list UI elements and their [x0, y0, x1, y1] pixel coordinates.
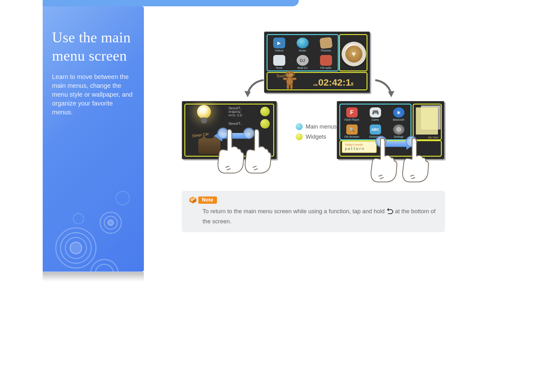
- legend: Main menus Widgets: [296, 123, 337, 143]
- sidebar-title: Use the main menu screen: [52, 28, 134, 65]
- legend-main-menus-label: Main menus: [306, 124, 337, 130]
- sidebar: Use the main menu screen Learn to move b…: [43, 6, 144, 272]
- note-header: Note: [189, 196, 217, 204]
- sidebar-shadow: [43, 272, 144, 281]
- curve-arrow-left-icon: [242, 76, 267, 101]
- app-fm-radio: FM radio: [316, 53, 336, 69]
- widget-clock: AM 0 2:42:1 8: [313, 77, 353, 88]
- svg-marker-17: [388, 91, 394, 97]
- svg-marker-16: [244, 91, 251, 97]
- app-music: Music: [293, 36, 313, 52]
- note-box: Note To return to the main menu screen w…: [182, 191, 445, 232]
- note-cube-icon: [189, 196, 197, 204]
- app-game: 🎮Game: [365, 106, 385, 121]
- return-icon: ⮌: [386, 206, 393, 217]
- app-bluetooth: ∗Bluetooth: [389, 106, 409, 121]
- hand-swipe-left-2: [241, 126, 272, 174]
- legend-dot-yellow-icon: [296, 133, 303, 140]
- hand-swipe-left-1: [213, 126, 245, 174]
- app-texts: Texts: [269, 53, 289, 69]
- svg-rect-4: [287, 84, 289, 89]
- svg-rect-2: [283, 78, 287, 80]
- screenshot-top-main-menu: ▶Videos Music Pictures Texts DJBeat DJ F…: [264, 32, 370, 93]
- app-beat-dj: DJBeat DJ: [293, 53, 313, 69]
- hand-swipe-right-1: [367, 135, 398, 183]
- app-file-browser: 🔍File Browser: [342, 123, 362, 138]
- app-videos: ▶Videos: [269, 36, 289, 52]
- app-pictures: Pictures: [316, 36, 336, 52]
- widget-sticky-front: [416, 107, 438, 135]
- hand-swipe-right-2: [398, 135, 430, 183]
- app-grid-right: FFlash Player 🎮Game ∗Bluetooth 🔍File Bro…: [339, 104, 411, 140]
- legend-main-menus: Main menus: [296, 123, 337, 130]
- legend-widgets-label: Widgets: [306, 134, 326, 140]
- top-tab-decoration: [43, 0, 299, 6]
- svg-rect-3: [292, 78, 296, 80]
- legend-dot-blue-icon: [296, 123, 303, 130]
- widget-coffee-cup: ♥: [342, 42, 366, 66]
- note-pill-label: Note: [198, 196, 217, 204]
- app-flash-player: FFlash Player: [342, 106, 362, 121]
- svg-rect-5: [290, 84, 293, 89]
- note-text: To return to the main menu screen while …: [203, 207, 438, 226]
- legend-widgets: Widgets: [296, 133, 337, 140]
- sidebar-description: Learn to move between the main menus, ch…: [52, 72, 134, 117]
- app-grid-top: ▶Videos Music Pictures Texts DJBeat DJ F…: [267, 34, 339, 71]
- curve-arrow-right-icon: [372, 76, 397, 101]
- sidebar-decoration-circles: [43, 174, 144, 272]
- note-text-before: To return to the main menu screen while …: [203, 208, 386, 214]
